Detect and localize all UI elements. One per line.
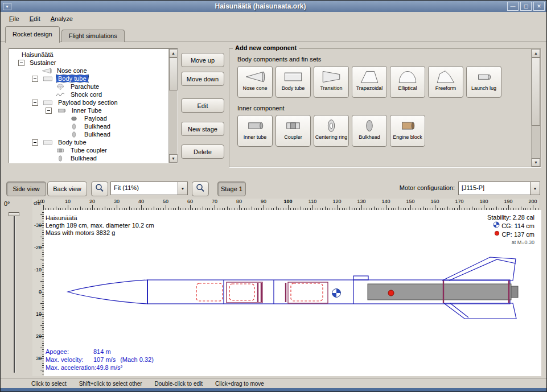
menu-edit[interactable]: Edit — [24, 14, 46, 24]
centering-ring-icon — [320, 118, 343, 134]
tree-item-label: Inner Tube — [70, 107, 104, 114]
side-view-button[interactable]: Side view — [6, 181, 46, 196]
tree-item-sustainer[interactable]: Sustainer — [10, 59, 168, 67]
tree-item-body-tube[interactable]: Body tube — [10, 138, 168, 146]
magnifier-icon — [94, 183, 105, 195]
tree-scrollbar[interactable]: ▲▼ — [168, 49, 178, 163]
scroll-down-button[interactable]: ▼ — [532, 158, 540, 167]
back-view-button[interactable]: Back view — [47, 181, 87, 196]
tree-item-nose-cone[interactable]: Nose cone — [10, 67, 168, 75]
h-ruler-label: 30 — [110, 199, 124, 204]
motor-configuration-label: Motor configuration: — [374, 184, 455, 191]
v-ruler-label: -10 — [32, 267, 42, 273]
tree-item-body-tube[interactable]: Body tube — [10, 75, 168, 82]
view-toolbar: Side view Back view Fit (11%) ▼ Stage 1 … — [1, 179, 546, 199]
parachute-icon — [54, 83, 67, 90]
cp-marker — [388, 290, 394, 296]
chevron-down-icon[interactable]: ▼ — [530, 181, 540, 195]
expander-icon[interactable] — [32, 76, 38, 82]
tree-item-label: Tube coupler — [69, 147, 109, 154]
titlebar[interactable]: ▼ Haisunäätä (haisunaata.ork) — ▢ ✕ — [1, 1, 546, 13]
scrollbar-thumb[interactable] — [532, 57, 540, 126]
h-ruler-label: 40 — [134, 199, 148, 204]
tab-rocket-design[interactable]: Rocket design — [5, 26, 60, 43]
section-label-body-components-and-fin-sets: Body components and fin sets — [237, 56, 540, 63]
h-ruler-label: 70 — [208, 199, 221, 204]
h-ruler-label: 50 — [159, 199, 172, 204]
component-label: Body tube — [282, 85, 305, 91]
chevron-down-icon[interactable]: ▼ — [178, 181, 188, 195]
freeform-component-button[interactable]: Freeform — [428, 66, 463, 98]
elliptical-component-button[interactable]: Elliptical — [390, 66, 425, 98]
body-tube-component-button[interactable]: Body tube — [275, 66, 311, 98]
palette-scrollbar[interactable]: ▲▼ — [531, 49, 540, 167]
h-ruler-label: 120 — [330, 199, 344, 204]
zoom-in-button[interactable] — [192, 181, 209, 196]
rocket-drawing-area[interactable]: Haisunäätä Length 189 cm, max. diameter … — [44, 210, 541, 376]
scroll-up-button[interactable]: ▲ — [169, 49, 178, 57]
bulkhead-component-button[interactable]: Bulkhead — [352, 115, 387, 147]
move-up-button[interactable]: Move up — [181, 53, 224, 67]
centering-ring-component-button[interactable]: Centering ring — [314, 115, 349, 147]
maximize-button[interactable]: ▢ — [520, 2, 532, 11]
flight-stat-row: Max. velocity:107 m/s(Mach 0.32) — [46, 356, 154, 364]
tree-item-tube-coupler[interactable]: Tube coupler — [10, 146, 168, 154]
edit-button[interactable]: Edit — [181, 98, 224, 113]
tree-item-bulkhead[interactable]: Bulkhead — [10, 154, 168, 162]
inner-tube-component-button[interactable]: Inner tube — [237, 115, 273, 147]
expander-icon[interactable] — [18, 60, 24, 66]
move-down-button[interactable]: Move down — [181, 72, 224, 86]
tree-item-shock-cord[interactable]: Shock cord — [10, 90, 168, 98]
menu-file[interactable]: File — [4, 14, 24, 24]
shock-cord-icon — [54, 91, 67, 98]
tree-item-haisunäätä[interactable]: Haisunäätä — [10, 51, 168, 59]
delete-button[interactable]: Delete — [181, 145, 224, 159]
h-ruler-label: 160 — [428, 199, 442, 204]
coupler-icon — [54, 147, 67, 154]
component-label: Launch lug — [471, 85, 496, 91]
zoom-select[interactable]: Fit (11%) ▼ — [110, 181, 188, 195]
motor-configuration-select[interactable]: [J115-P] ▼ — [458, 181, 540, 195]
tab-flight-simulations[interactable]: Flight simulations — [61, 30, 125, 42]
expander-icon[interactable] — [32, 139, 38, 146]
scroll-down-button[interactable]: ▼ — [169, 154, 178, 163]
transition-icon — [320, 69, 343, 85]
engine-block-icon — [396, 118, 419, 134]
engine-block-component-button[interactable]: Engine block — [390, 115, 425, 147]
rocket-canvas: 0° cm -100102030405060708090100110120130… — [1, 199, 547, 378]
v-ruler-label: 30 — [32, 356, 42, 361]
tree-item-label: Body tube — [56, 75, 88, 82]
new-stage-button[interactable]: New stage — [181, 122, 224, 136]
trapezoidal-component-button[interactable]: Trapezoidal — [352, 66, 387, 98]
menu-analyze[interactable]: Analyze — [46, 14, 78, 24]
scrollbar-thumb[interactable] — [169, 57, 178, 90]
tree-item-bulkhead[interactable]: Bulkhead — [10, 122, 168, 130]
close-button[interactable]: ✕ — [533, 2, 545, 11]
component-label: Elliptical — [398, 85, 417, 91]
nose-cone-icon — [244, 69, 266, 85]
freeform-fin-icon — [434, 69, 457, 85]
expander-icon[interactable] — [32, 100, 38, 106]
transition-component-button[interactable]: Transition — [314, 66, 349, 98]
window-title: Haisunäätä (haisunaata.ork) — [14, 2, 507, 10]
window-menu-icon[interactable]: ▼ — [3, 3, 11, 10]
launch-lug-component-button[interactable]: Launch lug — [466, 66, 501, 98]
expander-icon[interactable] — [46, 108, 52, 114]
tree-item-label: Payload body section — [56, 99, 120, 106]
tree-item-payload-body-section[interactable]: Payload body section — [10, 98, 168, 106]
tree-item-inner-tube[interactable]: Inner Tube — [10, 106, 168, 114]
inner-tube-icon — [55, 107, 68, 114]
tree-item-bulkhead[interactable]: Bulkhead — [10, 130, 168, 138]
zoom-out-button[interactable] — [91, 181, 108, 196]
scroll-up-button[interactable]: ▲ — [532, 49, 540, 57]
nose-cone-icon — [40, 67, 53, 75]
rotation-slider-handle[interactable] — [9, 212, 19, 216]
h-ruler-label: 20 — [85, 199, 99, 204]
minimize-button[interactable]: — — [507, 2, 519, 11]
tree-item-parachute[interactable]: Parachute — [10, 82, 168, 90]
coupler-component-button[interactable]: Coupler — [275, 115, 311, 147]
tree-item-payload[interactable]: Payload — [10, 114, 168, 122]
nose-cone-component-button[interactable]: Nose cone — [237, 66, 273, 98]
stage-1-toggle[interactable]: Stage 1 — [217, 181, 246, 196]
rotation-slider[interactable] — [14, 213, 15, 373]
